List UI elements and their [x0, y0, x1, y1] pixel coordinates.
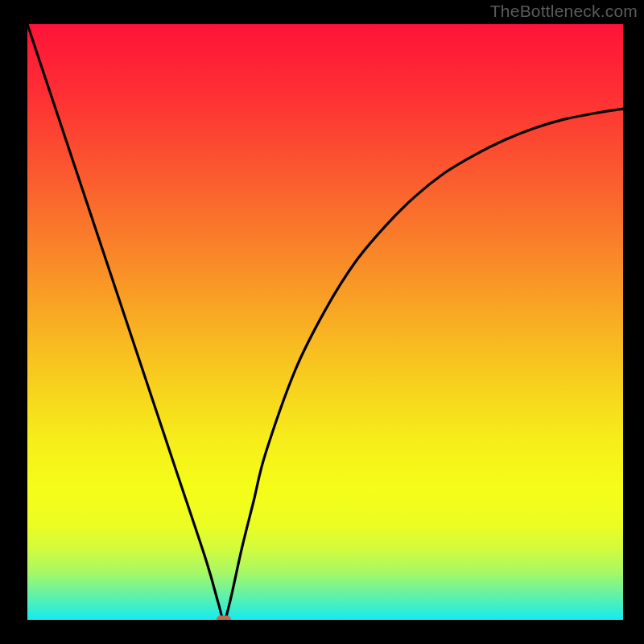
plot-area [27, 24, 623, 620]
chart-frame: TheBottleneck.com [0, 0, 644, 644]
watermark-text: TheBottleneck.com [490, 2, 638, 21]
curve-layer [27, 24, 623, 620]
bottleneck-curve [27, 24, 623, 620]
minimum-marker [217, 616, 231, 621]
